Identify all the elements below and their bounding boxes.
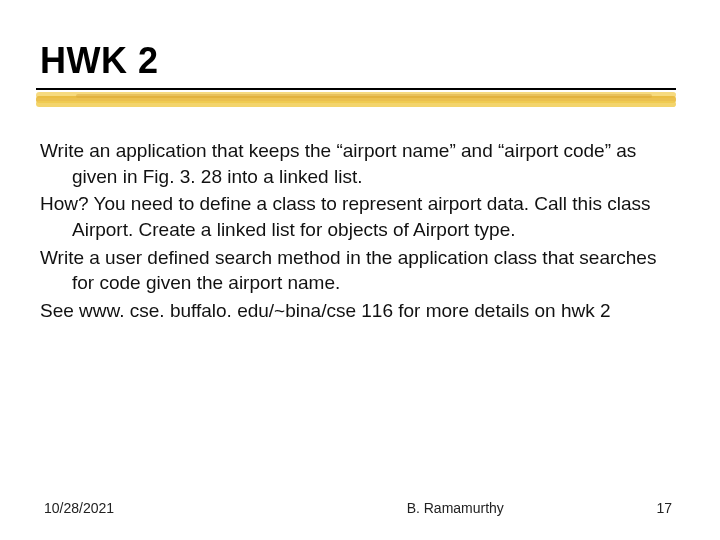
footer-date: 10/28/2021 [44,500,114,516]
paragraph-3: Write a user defined search method in th… [40,245,680,296]
paragraph-4: See www. cse. buffalo. edu/~bina/cse 116… [40,298,680,324]
brush-stroke [76,94,652,98]
paragraph-1: Write an application that keeps the “air… [40,138,680,189]
body-text: Write an application that keeps the “air… [40,138,680,323]
brush-stroke [36,101,676,107]
divider-line [36,88,676,90]
divider-brush [36,92,676,108]
footer: 10/28/2021 B. Ramamurthy 17 [0,500,720,516]
title-divider [36,86,680,116]
slide-title: HWK 2 [40,40,680,82]
footer-author: B. Ramamurthy [254,500,656,516]
footer-page: 17 [656,500,672,516]
paragraph-2: How? You need to define a class to repre… [40,191,680,242]
slide: HWK 2 Write an application that keeps th… [0,0,720,540]
